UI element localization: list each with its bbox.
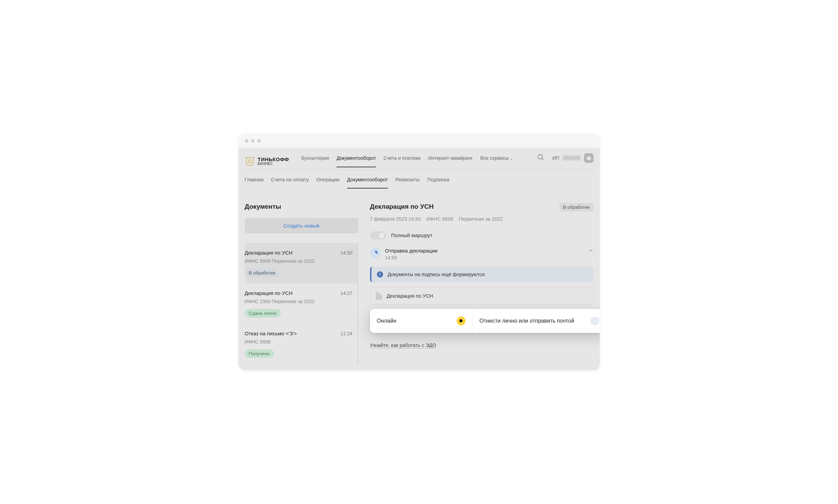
document-item[interactable]: Отказ на письмо <'З'> 11:24 ИФНС 9998 По…: [245, 324, 357, 364]
subnav-item-operations[interactable]: Операции: [316, 177, 340, 189]
learn-edo-link[interactable]: Узнайте, как работать с ЭДО: [370, 343, 436, 348]
traffic-light-close[interactable]: [245, 139, 249, 143]
traffic-light-zoom[interactable]: [257, 139, 261, 143]
subnav-item-invoices[interactable]: Счета на оплату: [271, 177, 309, 189]
user-account[interactable]: ИП: [552, 153, 593, 169]
info-icon: i: [377, 271, 383, 277]
delivery-option-online[interactable]: Онлайн: [370, 309, 473, 333]
document-time: 14:27: [340, 290, 352, 296]
detail-date: 7 февраля 2023 14:50: [370, 216, 421, 222]
chevron-down-icon: ⌄: [510, 156, 513, 160]
radio-selected-icon: [457, 316, 466, 325]
document-meta: ИФНС 2360 Первичная за 2022: [245, 299, 353, 304]
top-nav: ТИНЬКОФФ БИЗНЕС Бухгалтерия Документообо…: [245, 148, 594, 169]
svg-rect-3: [587, 157, 591, 160]
status-badge: В обработке: [245, 269, 280, 277]
delivery-option-label: Онлайн: [377, 318, 396, 324]
logo-text-line2: БИЗНЕС: [258, 162, 289, 166]
document-list: Декларация по УСН 14:50 ИФНС 9999 Первич…: [245, 243, 358, 364]
subnav-item-subscription[interactable]: Подписка: [427, 177, 449, 189]
document-title: Декларация по УСН: [245, 250, 293, 256]
detail-status-badge: В обработке: [559, 203, 594, 211]
document-meta: ИФНС 9998: [245, 339, 353, 345]
topnav-item-invoices[interactable]: Счета и платежи: [383, 155, 421, 167]
document-item[interactable]: Декларация по УСН 14:50 ИФНС 9999 Первич…: [245, 243, 357, 283]
user-prefix: ИП: [552, 155, 559, 161]
clock-progress-icon: [370, 248, 380, 258]
detail-title: Декларация по УСН: [370, 203, 434, 210]
detail-period: Первичная за 2022: [459, 216, 503, 222]
step-time: 14:50: [385, 255, 583, 260]
detail-meta: 7 февраля 2023 14:50 ИФНС 9999 Первичная…: [370, 216, 594, 222]
sub-nav: Главная Счета на оплату Операции Докумен…: [245, 169, 594, 189]
detail-ifns: ИФНС 9999: [426, 216, 453, 222]
documents-heading: Документы: [245, 203, 358, 210]
search-icon[interactable]: [537, 154, 545, 169]
document-title: Отказ на письмо <'З'>: [245, 331, 297, 336]
logo-text-line1: ТИНЬКОФФ: [258, 157, 289, 162]
subnav-item-main[interactable]: Главная: [245, 177, 264, 189]
document-meta: ИФНС 9999 Первичная за 2022: [245, 258, 353, 264]
subnav-item-requisites[interactable]: Реквизиты: [395, 177, 420, 189]
document-time: 11:24: [340, 331, 352, 336]
create-new-button[interactable]: Создать новый: [245, 218, 358, 233]
document-time: 14:50: [340, 250, 352, 256]
subnav-item-docflow[interactable]: Документооборот: [347, 177, 388, 189]
logo-icon: [245, 156, 255, 166]
chevron-up-icon[interactable]: [588, 248, 594, 255]
full-route-toggle[interactable]: [370, 231, 386, 240]
file-icon: [376, 292, 382, 300]
status-badge: Сдана лично: [245, 309, 281, 318]
delivery-option-label: Отнести лично или отправить почтой: [480, 318, 574, 324]
delivery-option-inperson[interactable]: Отнести лично или отправить почтой: [473, 309, 600, 333]
briefcase-icon: [584, 153, 594, 163]
document-item[interactable]: Декларация по УСН 14:27 ИФНС 2360 Первич…: [245, 283, 357, 324]
step-title: Отправка декларации: [385, 248, 583, 254]
file-name: Декларация по УСН: [387, 293, 433, 299]
topnav-item-all-services[interactable]: Все сервисы⌄: [480, 155, 513, 167]
topnav-item-acquiring[interactable]: Интернет-эквайринг: [428, 155, 473, 167]
topnav-item-accounting[interactable]: Бухгалтерия: [301, 155, 329, 167]
info-text: Документы на подпись ещё формируются: [388, 272, 485, 277]
attached-file-row[interactable]: Декларация по УСН: [370, 287, 594, 305]
document-title: Декларация по УСН: [245, 290, 293, 296]
svg-rect-4: [588, 156, 589, 157]
traffic-light-minimize[interactable]: [251, 139, 255, 143]
svg-line-2: [542, 158, 544, 160]
app-window: ТИНЬКОФФ БИЗНЕС Бухгалтерия Документообо…: [239, 134, 600, 370]
svg-point-0: [248, 159, 251, 163]
info-banner: i Документы на подпись ещё формируются: [370, 267, 594, 282]
user-name-redacted: [563, 156, 581, 160]
logo[interactable]: ТИНЬКОФФ БИЗНЕС: [245, 156, 289, 166]
delivery-method-card: Онлайн Отнести лично или отправить почто…: [370, 309, 600, 333]
status-badge: Получено: [245, 349, 274, 358]
full-route-label: Полный маршрут: [391, 232, 433, 238]
topnav-item-docflow[interactable]: Документооборот: [337, 155, 376, 167]
window-titlebar: [239, 134, 600, 148]
radio-unselected-icon: [591, 316, 599, 325]
svg-point-1: [538, 154, 543, 159]
